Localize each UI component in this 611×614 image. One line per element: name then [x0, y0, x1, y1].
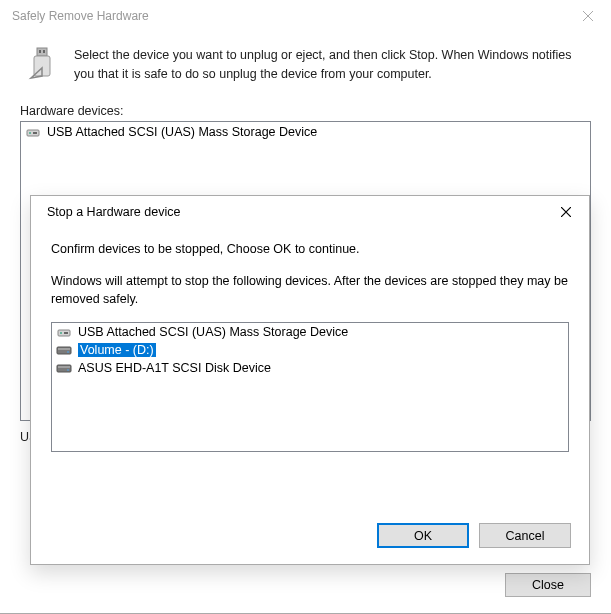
cancel-button[interactable]: Cancel — [479, 523, 571, 548]
usb-controller-icon — [25, 124, 41, 140]
modal-titlebar: Stop a Hardware device — [31, 196, 589, 228]
device-row[interactable]: USB Attached SCSI (UAS) Mass Storage Dev… — [21, 122, 590, 142]
hardware-devices-label: Hardware devices: — [0, 98, 611, 121]
drive-icon — [56, 360, 72, 376]
usb-controller-icon — [56, 324, 72, 340]
svg-rect-6 — [33, 132, 37, 134]
main-close-action-button[interactable]: Close — [505, 573, 591, 597]
svg-rect-0 — [37, 48, 47, 56]
description-row: Select the device you want to unplug or … — [0, 32, 611, 98]
stop-device-row[interactable]: USB Attached SCSI (UAS) Mass Storage Dev… — [52, 323, 568, 341]
stop-device-row[interactable]: Volume - (D:) — [52, 341, 568, 359]
modal-close-button[interactable] — [543, 196, 589, 228]
drive-icon — [56, 342, 72, 358]
usb-big-icon — [28, 46, 56, 84]
close-icon — [583, 11, 593, 21]
main-button-row: Close — [505, 573, 591, 597]
svg-rect-1 — [39, 50, 41, 53]
main-titlebar: Safely Remove Hardware — [0, 0, 611, 32]
close-icon — [561, 207, 571, 217]
attempt-text: Windows will attempt to stop the followi… — [51, 272, 569, 308]
svg-point-5 — [29, 132, 31, 134]
svg-rect-14 — [58, 366, 70, 368]
modal-button-row: OK Cancel — [377, 523, 571, 548]
main-close-button[interactable] — [565, 0, 611, 32]
svg-rect-9 — [64, 332, 68, 334]
stop-device-label: USB Attached SCSI (UAS) Mass Storage Dev… — [78, 325, 348, 339]
stop-device-row[interactable]: ASUS EHD-A1T SCSI Disk Device — [52, 359, 568, 377]
modal-body: Confirm devices to be stopped, Choose OK… — [31, 228, 589, 464]
svg-point-15 — [67, 370, 69, 372]
svg-rect-2 — [43, 50, 45, 53]
main-window-title: Safely Remove Hardware — [12, 9, 565, 23]
modal-window-title: Stop a Hardware device — [43, 205, 543, 219]
ok-button[interactable]: OK — [377, 523, 469, 548]
device-label: USB Attached SCSI (UAS) Mass Storage Dev… — [47, 125, 317, 139]
svg-point-8 — [60, 332, 62, 334]
confirm-text: Confirm devices to be stopped, Choose OK… — [51, 240, 569, 258]
stop-devices-listbox[interactable]: USB Attached SCSI (UAS) Mass Storage Dev… — [51, 322, 569, 452]
stop-device-label: ASUS EHD-A1T SCSI Disk Device — [78, 361, 271, 375]
description-text: Select the device you want to unplug or … — [74, 46, 591, 84]
svg-point-12 — [67, 352, 69, 354]
stop-hardware-dialog: Stop a Hardware device Confirm devices t… — [30, 195, 590, 565]
stop-device-label: Volume - (D:) — [78, 343, 156, 357]
svg-rect-11 — [58, 348, 70, 350]
